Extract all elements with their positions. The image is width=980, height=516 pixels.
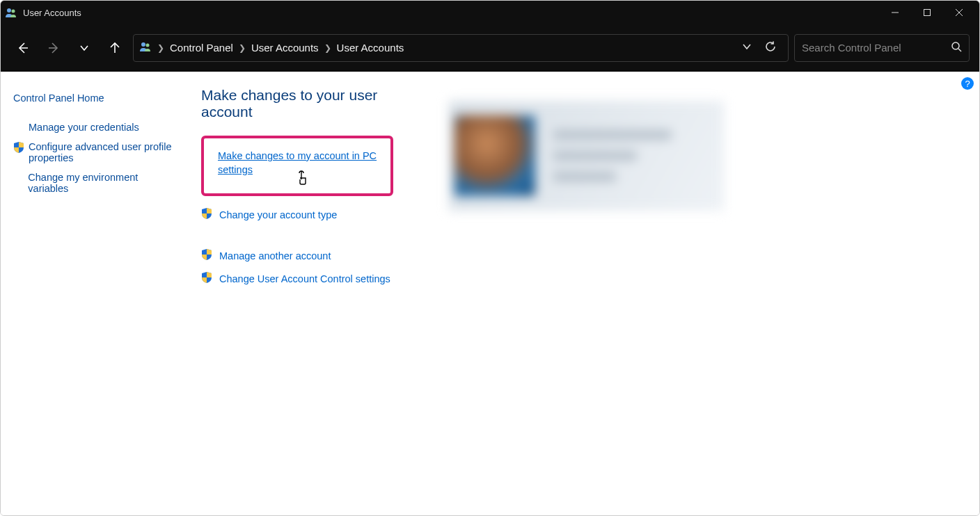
back-button[interactable] [10, 35, 35, 61]
control-panel-home-link[interactable]: Control Panel Home [13, 88, 175, 108]
change-uac-settings-link[interactable]: Change User Account Control settings [201, 267, 410, 290]
search-icon[interactable] [951, 41, 962, 54]
account-info-card [449, 101, 724, 211]
recent-dropdown-button[interactable] [72, 35, 97, 61]
svg-point-11 [952, 42, 959, 49]
shield-icon [201, 271, 212, 286]
svg-point-10 [146, 44, 150, 47]
sidebar-item-manage-credentials[interactable]: Manage your credentials [13, 118, 175, 137]
sidebar-item-label: Configure advanced user profile properti… [29, 141, 175, 163]
avatar [455, 115, 535, 196]
account-type-blurred [553, 151, 637, 161]
window-title: User Accounts [23, 8, 81, 18]
up-button[interactable] [102, 35, 127, 61]
shield-icon [201, 248, 212, 263]
svg-point-1 [12, 10, 15, 13]
shield-icon [13, 141, 24, 156]
user-accounts-icon [5, 6, 17, 19]
cursor-icon [297, 170, 310, 188]
close-button[interactable] [943, 1, 975, 24]
action-label: Change User Account Control settings [219, 273, 390, 284]
user-accounts-icon [139, 40, 152, 55]
manage-another-account-link[interactable]: Manage another account [201, 244, 410, 267]
svg-point-9 [141, 42, 145, 47]
shield-icon [201, 207, 212, 222]
help-icon[interactable]: ? [961, 77, 974, 90]
sidebar-item-env-vars[interactable]: Change my environment variables [13, 168, 175, 198]
main-panel: Make changes to your user account Make c… [182, 72, 979, 516]
breadcrumb-item[interactable]: Control Panel [170, 42, 233, 54]
search-bar[interactable] [794, 34, 970, 62]
sidebar-item-label: Control Panel Home [13, 92, 104, 104]
maximize-button[interactable] [911, 1, 943, 24]
breadcrumb-item[interactable]: User Accounts [251, 42, 319, 54]
account-name-blurred [553, 130, 672, 140]
sidebar-item-label: Manage your credentials [29, 122, 139, 133]
page-heading: Make changes to your user account [201, 87, 410, 120]
titlebar: User Accounts [1, 1, 979, 24]
sidebar-item-label: Change my environment variables [28, 172, 175, 194]
refresh-button[interactable] [764, 40, 777, 55]
action-label: Change your account type [219, 209, 337, 220]
address-bar[interactable]: ❯ Control Panel ❯ User Accounts ❯ User A… [133, 34, 789, 62]
search-input[interactable] [802, 42, 945, 54]
chevron-right-icon[interactable]: ❯ [157, 43, 164, 53]
minimize-button[interactable] [879, 1, 911, 24]
navbar: ❯ Control Panel ❯ User Accounts ❯ User A… [1, 24, 979, 72]
sidebar-item-configure-advanced[interactable]: Configure advanced user profile properti… [13, 137, 175, 168]
chevron-right-icon[interactable]: ❯ [239, 43, 246, 53]
svg-point-0 [7, 8, 11, 13]
forward-button[interactable] [41, 35, 66, 61]
svg-rect-3 [924, 10, 931, 16]
content-area: ? Control Panel Home Manage your credent… [1, 72, 979, 516]
change-account-type-link[interactable]: Change your account type [201, 203, 410, 226]
highlighted-region: Make changes to my account in PC setting… [201, 136, 393, 196]
svg-line-12 [958, 49, 961, 51]
sidebar: Control Panel Home Manage your credentia… [1, 72, 182, 516]
breadcrumb-item[interactable]: User Accounts [337, 42, 404, 54]
action-label: Manage another account [219, 250, 331, 261]
chevron-right-icon[interactable]: ❯ [324, 43, 331, 53]
address-dropdown-button[interactable] [742, 42, 752, 54]
account-role-blurred [553, 172, 616, 182]
